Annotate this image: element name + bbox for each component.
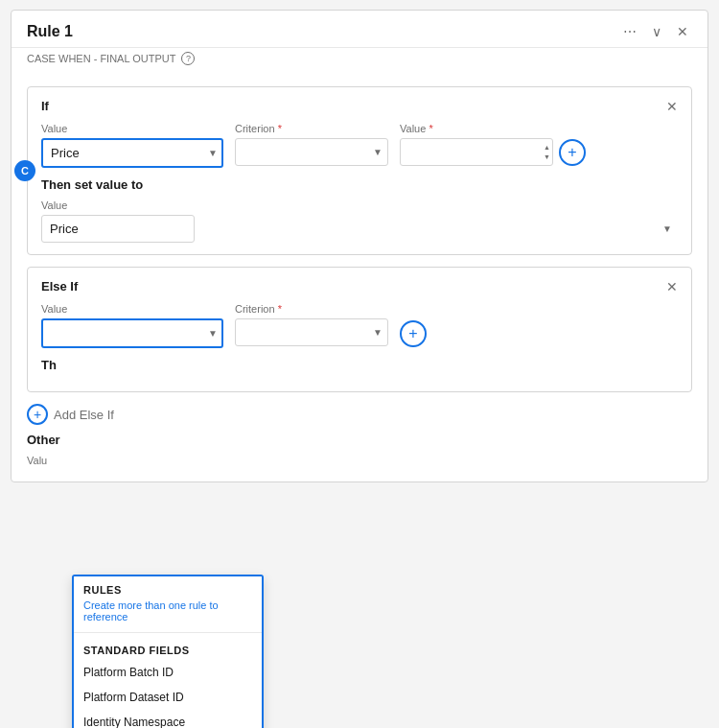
then-value-select[interactable]: Price [41,215,195,243]
else-if-criterion-label: Criterion [235,303,388,315]
rules-desc[interactable]: Create more than one rule to reference [74,599,262,628]
if-criterion-select-wrapper: ▼ [235,138,388,166]
add-condition-button[interactable]: + [559,139,586,166]
else-if-criterion-select[interactable] [235,318,388,346]
then-value-arrow: ▼ [662,223,672,234]
c-badge: C [14,160,35,181]
close-else-if-button[interactable]: ✕ [666,280,678,294]
if-fields-row: Value Price ▼ Criterion ▼ [41,123,678,168]
dropdown-item-0[interactable]: Platform Batch ID [74,660,262,685]
if-value-group: Value Price ▼ [41,123,223,168]
else-if-then-section: Th [41,358,678,372]
add-else-label: Add Else If [54,408,114,422]
if-criterion-group: Criterion ▼ [235,123,388,166]
else-if-section-header: Else If ✕ [41,279,678,294]
dropdown-item-2[interactable]: Identity Namespace [74,710,262,728]
then-value-select-wrapper: Price ▼ [41,215,678,243]
then-label: Then set value to [41,177,678,192]
else-if-add-group: + [400,303,427,347]
else-if-section-title: Else If [41,279,78,294]
then-value-group: Value Price ▼ [41,200,678,243]
if-criterion-label: Criterion [235,123,388,134]
header-actions: ⋯ ∨ ✕ [619,22,692,41]
else-if-criterion-group: Criterion ▼ [235,303,388,346]
else-if-add-button[interactable]: + [400,320,427,347]
else-if-criterion-select-wrapper: ▼ [235,318,388,346]
if-section-title: If [41,99,49,113]
if-section-header: If ✕ [41,99,678,113]
if-criterion-select[interactable] [235,138,388,166]
add-else-button[interactable]: + [27,404,48,425]
else-if-section: Else If ✕ Value ▼ Criterion [27,267,692,392]
panel-subtitle: CASE WHEN - FINAL OUTPUT ? [12,48,707,75]
if-value2-input[interactable] [400,138,553,166]
if-value-select-wrapper: Price ▼ [41,138,223,168]
spinner-down[interactable]: ▼ [543,153,551,161]
add-else-row: + Add Else If [27,404,692,425]
spinner-up[interactable]: ▲ [543,143,551,152]
value-spinners: ▲ ▼ [543,143,551,161]
close-if-button[interactable]: ✕ [666,100,678,113]
other-section: Other Valu [27,433,692,466]
else-if-fields-row: Value ▼ Criterion ▼ [41,303,678,348]
dropdown-item-1[interactable]: Platform Dataset ID [74,685,262,710]
panel-header: Rule 1 ⋯ ∨ ✕ [12,11,707,48]
if-value-label: Value [41,123,223,134]
else-if-value-group: Value ▼ [41,303,223,348]
other-title: Other [27,433,692,447]
divider-1 [74,632,262,633]
if-section: C If ✕ Value Price ▼ Cri [27,86,692,255]
close-panel-button[interactable]: ✕ [673,22,692,41]
help-icon[interactable]: ? [181,52,195,65]
panel-title: Rule 1 [27,23,73,40]
chevron-button[interactable]: ∨ [648,22,665,41]
then-section: Then set value to Value Price ▼ [41,177,678,243]
if-value2-label: Value [400,123,586,134]
then-value-label: Value [41,200,678,211]
else-if-value-select-wrapper: ▼ [41,318,223,348]
if-value-select[interactable]: Price [41,138,223,168]
panel-body: C If ✕ Value Price ▼ Cri [12,75,707,481]
rules-header: RULES [74,576,262,599]
more-button[interactable]: ⋯ [619,22,640,41]
if-value2-group: Value ▲ ▼ + [400,123,586,166]
other-value-label: Valu [27,455,692,466]
else-if-then-label: Th [41,358,678,372]
rule-panel: Rule 1 ⋯ ∨ ✕ CASE WHEN - FINAL OUTPUT ? … [11,10,708,482]
if-value2-input-wrapper: ▲ ▼ [400,138,553,166]
standard-fields-header: STANDARD FIELDS [74,637,262,660]
if-value2-input-group: ▲ ▼ + [400,138,586,166]
else-if-value-select[interactable] [41,318,223,348]
else-if-value-label: Value [41,303,223,315]
value-dropdown: RULES Create more than one rule to refer… [72,575,264,728]
